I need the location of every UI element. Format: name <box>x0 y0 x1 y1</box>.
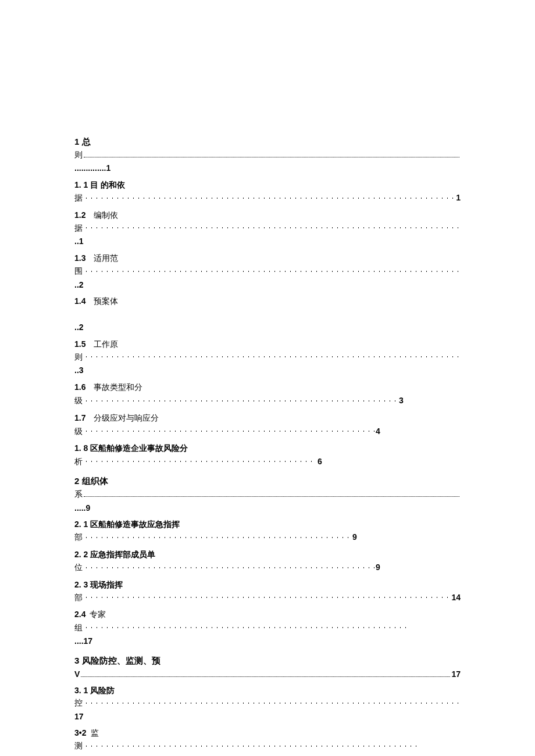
section-3-heading-cont-prefix: V <box>74 668 80 680</box>
toc-item-1-1-page: 1 <box>456 191 461 204</box>
toc-item-1-2-label: 编制依 <box>94 211 118 220</box>
section-1-heading-page: ..............1 <box>74 162 461 174</box>
toc-item-1-8-label: 8 区船舶修造企业事故风险分 <box>84 443 188 453</box>
leader-dots <box>84 152 459 157</box>
section-1-heading: 1 总 <box>74 135 461 149</box>
toc-item-2-3-cont: 部 <box>74 592 83 604</box>
leader-dots <box>84 492 459 497</box>
toc-item-1-8-num: 1. <box>74 443 81 453</box>
toc-item-1-1-num: 1. <box>74 180 81 189</box>
toc-item-1-3-page: ..2 <box>74 278 461 291</box>
toc-item-2-4-cont: 组 <box>74 622 83 635</box>
toc-item-1-6-page: 3 <box>399 394 404 407</box>
toc-item-1-7-label: 分级应对与响应分 <box>94 414 159 422</box>
leader-dots <box>84 192 455 200</box>
toc-item-2-1-label: 1 区船舶修造事故应急指挥 <box>84 519 180 529</box>
section-1-heading-cont: 则 <box>74 149 83 162</box>
toc-item-2-2-num: 2. <box>74 550 81 559</box>
leader-dots <box>84 740 421 748</box>
toc-item-3-2-num: 3•2 <box>74 728 86 737</box>
leader-dots <box>84 532 351 540</box>
toc-item-2-4-page: ....17 <box>74 635 461 647</box>
leader-dots <box>84 395 398 403</box>
leader-dots <box>84 562 374 570</box>
toc-item-1-5-cont: 则 <box>74 351 83 364</box>
toc-item-2-2-cont: 位 <box>74 561 83 574</box>
toc-item-1-5-num: 1.5 <box>74 339 85 349</box>
leader-dots <box>84 697 459 705</box>
toc-item-3-1-label: 1 风险防 <box>84 686 115 695</box>
leader-dots <box>84 266 459 274</box>
toc-item-3-2-label: 监 <box>91 729 99 737</box>
toc-item-1-6-cont: 级 <box>74 395 83 407</box>
leader-dots <box>84 223 459 231</box>
leader-dots <box>84 592 450 600</box>
toc-item-1-3-cont: 围 <box>74 265 83 278</box>
section-2-heading-page: .....9 <box>74 501 461 514</box>
toc-item-2-3-page: 14 <box>451 591 461 604</box>
leader-dots <box>84 352 459 360</box>
toc-item-2-3-label: 3 现场指挥 <box>84 580 123 589</box>
toc-item-2-4-num: 2.4 <box>74 610 85 619</box>
toc-item-1-8-page: 6 <box>318 455 322 468</box>
toc-item-1-4-num: 1.4 <box>74 296 85 306</box>
toc-item-1-2-cont: 据 <box>74 222 83 235</box>
leader-dots <box>81 671 450 676</box>
toc-item-2-1-num: 2. <box>74 519 81 529</box>
toc-item-3-1-page: 17 <box>74 710 461 723</box>
toc-item-1-7-cont: 级 <box>74 425 83 438</box>
toc-item-2-2-page: 9 <box>376 561 380 574</box>
toc-item-1-6-label: 事故类型和分 <box>94 383 142 392</box>
toc-item-1-7-num: 1.7 <box>74 413 85 422</box>
toc-item-1-2-num: 1.2 <box>74 210 85 220</box>
leader-dots <box>84 622 409 630</box>
toc-item-2-3-num: 2. <box>74 580 81 589</box>
toc-item-2-4-label: 专家 <box>90 610 106 619</box>
section-3-heading: 3 风险防控、监测、预 <box>74 654 461 668</box>
toc-item-1-4-page: ..2 <box>74 321 461 334</box>
toc-item-1-5-label: 工作原 <box>94 340 118 349</box>
toc-item-3-2-page: .....18 <box>74 753 461 756</box>
section-2-heading-cont: 系 <box>74 488 83 501</box>
toc-page: 1 总 则 ..............1 1. 1 目 的和依 据 1 1.2… <box>0 0 535 756</box>
toc-item-3-2-cont: 测 <box>74 740 83 753</box>
leader-dots <box>84 426 374 434</box>
toc-item-1-1-cont: 据 <box>74 192 83 205</box>
toc-item-1-4-label: 预案体 <box>94 297 118 306</box>
toc-item-1-3-num: 1.3 <box>74 253 85 263</box>
toc-item-1-2-page: ..1 <box>74 235 461 248</box>
toc-item-1-8-cont: 析 <box>74 456 83 468</box>
toc-item-1-5-page: ..3 <box>74 364 461 377</box>
toc-item-2-1-page: 9 <box>352 531 357 543</box>
toc-item-1-3-label: 适用范 <box>94 254 118 263</box>
leader-dots <box>84 456 316 464</box>
toc-item-1-1-label: 1 目 的和依 <box>84 180 126 189</box>
toc-item-1-6-num: 1.6 <box>74 382 85 392</box>
toc-item-1-7-page: 4 <box>376 425 380 438</box>
section-3-heading-page: 17 <box>451 668 461 680</box>
toc-item-3-1-cont: 控 <box>74 697 83 710</box>
toc-item-2-1-cont: 部 <box>74 531 83 544</box>
toc-item-2-2-label: 2 应急指挥部成员单 <box>84 550 156 559</box>
toc-item-3-1-num: 3. <box>74 686 81 695</box>
section-2-heading: 2 组织体 <box>74 474 461 488</box>
